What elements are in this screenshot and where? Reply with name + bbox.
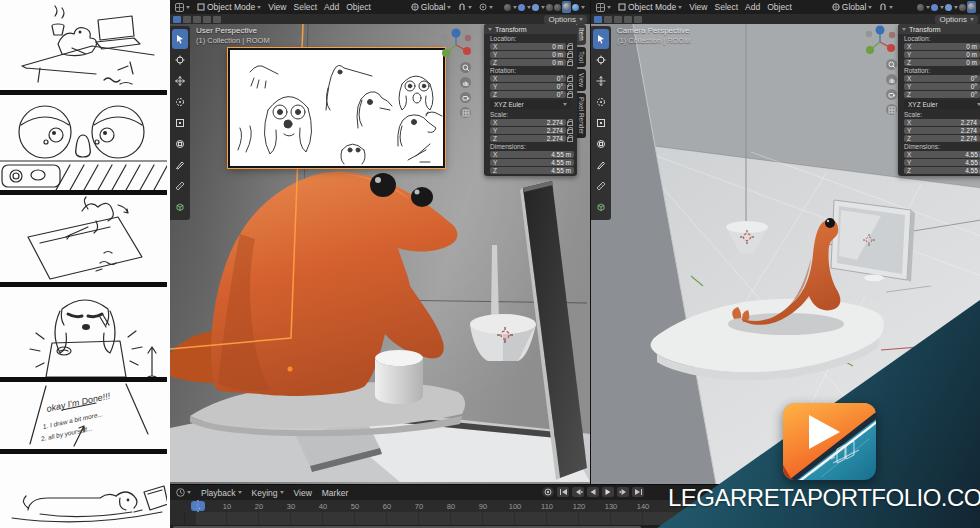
play-reverse-button[interactable] — [587, 487, 599, 497]
mode-selector[interactable]: Object Mode — [618, 2, 682, 12]
zoom-button[interactable] — [460, 62, 471, 73]
ortho-toggle-button[interactable] — [460, 107, 471, 118]
select-menu[interactable]: Select — [714, 2, 738, 12]
extend-select-icon[interactable] — [634, 16, 642, 23]
xray-toggle[interactable] — [945, 4, 958, 11]
scale-z-field[interactable]: Z2.274 — [490, 135, 566, 142]
dimensions-y-field[interactable]: Y4.55 m — [490, 159, 574, 166]
tab-tool[interactable]: Tool — [577, 47, 586, 67]
material-shading-button[interactable] — [967, 1, 976, 13]
show-gizmo-toggle[interactable] — [917, 4, 930, 11]
mode-selector[interactable]: Object Mode — [197, 2, 261, 12]
tweak-select-icon[interactable] — [594, 16, 602, 23]
snap-toggle[interactable] — [458, 3, 472, 11]
lock-icon[interactable] — [566, 59, 574, 66]
annotate-tool[interactable] — [172, 155, 188, 175]
object-menu[interactable]: Object — [346, 2, 371, 12]
gizmo-z-axis[interactable] — [452, 29, 461, 38]
wireframe-shading-button[interactable] — [959, 4, 966, 11]
view-menu[interactable]: View — [689, 2, 707, 12]
lock-icon[interactable] — [566, 119, 574, 126]
add-menu[interactable]: Add — [324, 2, 339, 12]
dimensions-z-field[interactable]: Z4.55 m — [904, 167, 980, 174]
rotation-y-field[interactable]: Y0° — [490, 83, 566, 90]
lock-icon[interactable] — [566, 75, 574, 82]
annotate-tool[interactable] — [593, 155, 609, 175]
lasso-select-icon[interactable] — [624, 16, 632, 23]
lock-icon[interactable] — [566, 91, 574, 98]
overlays-toggle[interactable] — [931, 4, 944, 11]
rotation-mode-dropdown[interactable]: XYZ Euler — [490, 100, 571, 109]
camera-view-button[interactable] — [886, 89, 897, 100]
editor-type-selector[interactable] — [596, 3, 611, 12]
viewport-3d-main[interactable]: User Perspective (1) Collection | ROOM — [170, 24, 590, 484]
lock-icon[interactable] — [566, 127, 574, 134]
tab-pixel-render[interactable]: Pixel Render — [577, 93, 586, 138]
rotation-x-field[interactable]: X0° — [904, 75, 980, 82]
object-menu[interactable]: Object — [767, 2, 792, 12]
solid-shading-button[interactable] — [554, 4, 561, 11]
scale-tool[interactable] — [593, 113, 609, 133]
material-shading-button[interactable] — [562, 1, 571, 13]
select-box-tool[interactable] — [593, 29, 609, 49]
circle-select-icon[interactable] — [614, 16, 622, 23]
lock-icon[interactable] — [566, 43, 574, 50]
add-menu[interactable]: Add — [745, 2, 760, 12]
gizmo-y-axis[interactable] — [442, 49, 450, 57]
location-z-field[interactable]: Z0 m — [904, 59, 980, 66]
scale-y-field[interactable]: Y2.274 — [490, 127, 566, 134]
show-gizmo-toggle[interactable] — [504, 4, 517, 11]
measure-tool[interactable] — [593, 176, 609, 196]
rotation-x-field[interactable]: X0° — [490, 75, 566, 82]
gizmo-y-axis[interactable] — [866, 46, 874, 54]
rotation-z-field[interactable]: Z0° — [490, 91, 566, 98]
scale-x-field[interactable]: X2.274 — [904, 119, 980, 126]
scale-z-field[interactable]: Z2.274 — [904, 135, 980, 142]
overlays-toggle[interactable] — [518, 4, 531, 11]
transform-panel-header[interactable]: Transform — [898, 24, 980, 34]
cup-model[interactable] — [375, 350, 423, 366]
pan-button[interactable] — [886, 74, 897, 85]
scale-y-field[interactable]: Y2.274 — [904, 127, 980, 134]
add-cube-tool[interactable] — [172, 197, 188, 217]
playback-menu[interactable]: Playback — [201, 488, 242, 498]
transform-orientation-selector[interactable]: Global — [411, 2, 452, 12]
auto-key-button[interactable] — [542, 487, 554, 497]
location-x-field[interactable]: X0 m — [490, 43, 566, 50]
location-y-field[interactable]: Y0 m — [490, 51, 566, 58]
jump-to-end-button[interactable] — [632, 487, 644, 497]
rendered-shading-button[interactable] — [572, 4, 585, 11]
move-tool[interactable] — [593, 71, 609, 91]
camera-view-button[interactable] — [460, 92, 471, 103]
cup-model[interactable] — [864, 275, 884, 282]
prev-keyframe-button[interactable] — [572, 487, 584, 497]
gizmo-x-axis[interactable] — [887, 44, 895, 52]
tweak-select-icon[interactable] — [173, 16, 181, 23]
axis-gizmo[interactable] — [438, 27, 474, 63]
lasso-select-icon[interactable] — [203, 16, 211, 23]
tab-view[interactable]: View — [577, 69, 586, 91]
scale-x-field[interactable]: X2.274 — [490, 119, 566, 126]
view-menu[interactable]: View — [268, 2, 286, 12]
transform-tool[interactable] — [593, 134, 609, 154]
tab-item[interactable]: Item — [577, 24, 586, 45]
dimensions-x-field[interactable]: X4.55 m — [904, 151, 980, 158]
options-button[interactable]: Options — [935, 15, 978, 24]
transform-orientation-selector[interactable]: Global — [832, 2, 873, 12]
keying-menu[interactable]: Keying — [252, 488, 284, 498]
location-x-field[interactable]: X0 m — [904, 43, 980, 50]
move-tool[interactable] — [172, 71, 188, 91]
rotation-y-field[interactable]: Y0° — [904, 83, 980, 90]
reference-image[interactable] — [228, 48, 445, 168]
extend-select-icon[interactable] — [213, 16, 221, 23]
lock-icon[interactable] — [566, 135, 574, 142]
rotate-tool[interactable] — [593, 92, 609, 112]
jump-to-start-button[interactable] — [557, 487, 569, 497]
wireframe-shading-button[interactable] — [546, 4, 553, 11]
zoom-button[interactable] — [886, 59, 897, 70]
play-button[interactable] — [602, 487, 614, 497]
next-keyframe-button[interactable] — [617, 487, 629, 497]
timeline-view-menu[interactable]: View — [294, 488, 312, 498]
rotate-tool[interactable] — [172, 92, 188, 112]
location-z-field[interactable]: Z0 m — [490, 59, 566, 66]
